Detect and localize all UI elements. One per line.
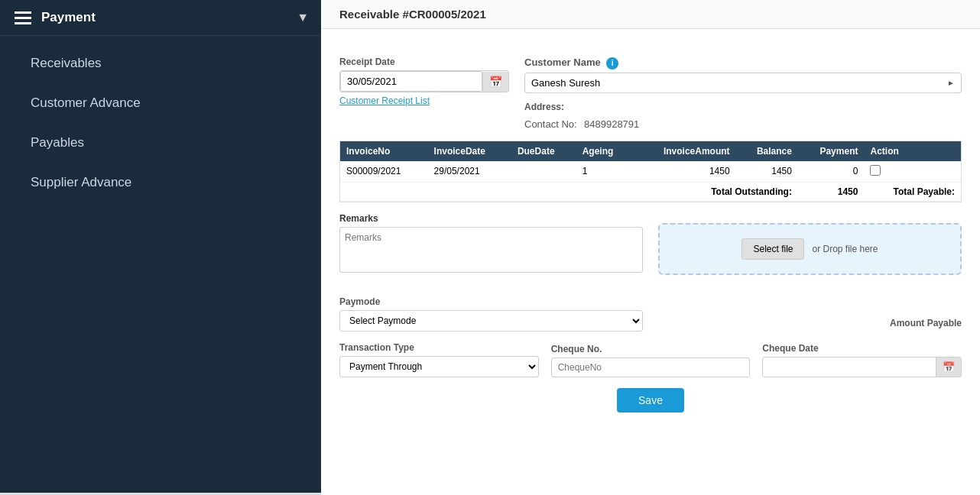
inv-col-invoice-no: InvoiceNo — [340, 141, 428, 161]
remarks-section: Remarks — [339, 213, 643, 275]
transaction-type-select[interactable]: Payment Through — [339, 356, 539, 377]
menu-icon — [12, 9, 34, 26]
inv-balance: 1450 — [736, 161, 798, 183]
inv-col-action: Action — [864, 141, 961, 161]
sidebar: Payment ▼ Receivables Customer Advance P… — [0, 0, 321, 493]
total-outstanding-row: Total Outstanding: 1450 Total Payable: — [340, 182, 961, 201]
sidebar-item-supplier-advance[interactable]: Supplier Advance — [0, 163, 321, 202]
transaction-row: Transaction Type Payment Through Cheque … — [339, 342, 962, 377]
paymode-row: Paymode Select Paymode Union Bank CREDIT… — [339, 296, 962, 332]
amount-payable-group: Amount Payable — [658, 318, 962, 332]
inv-col-due-date: DueDate — [511, 141, 576, 161]
select-file-button[interactable]: Select file — [741, 238, 804, 260]
total-outstanding-value: 1450 — [798, 182, 865, 201]
amount-payable-label: Amount Payable — [658, 318, 962, 332]
remarks-label: Remarks — [339, 213, 643, 224]
inv-invoice-date: 29/05/2021 — [428, 161, 511, 183]
transaction-type-group: Transaction Type Payment Through — [339, 342, 539, 377]
sidebar-item-receivables[interactable]: Receivables — [0, 44, 321, 83]
drop-file-text: or Drop file here — [812, 244, 878, 254]
customer-info-icon: i — [606, 57, 618, 70]
paymode-group: Paymode Select Paymode Union Bank CREDIT… — [339, 296, 643, 332]
file-upload-section: Select file or Drop file here — [658, 213, 962, 286]
chevron-down-icon: ▼ — [297, 11, 309, 24]
cheque-date-calendar-icon[interactable]: 📅 — [936, 358, 961, 377]
sidebar-title: Payment — [41, 10, 289, 25]
inv-invoice-no: S00009/2021 — [340, 161, 428, 183]
receipt-date-calendar-icon[interactable]: 📅 — [482, 72, 508, 92]
cheque-date-wrap: 📅 — [762, 357, 962, 377]
total-payable-label: Total Payable: — [864, 182, 961, 201]
cheque-no-input[interactable] — [551, 358, 751, 377]
main-content: Receivable #CR00005/2021 Receipt Date 📅 … — [321, 0, 980, 495]
receipt-date-input[interactable] — [340, 71, 482, 92]
inv-col-balance: Balance — [736, 141, 798, 161]
save-row: Save — [339, 388, 962, 412]
customer-name-group: Customer Name i Ganesh Suresh ► Address:… — [524, 57, 962, 130]
receipt-date-group: Receipt Date 📅 Customer Receipt List — [339, 57, 509, 130]
inv-payment: 0 — [798, 161, 865, 183]
sidebar-item-customer-advance[interactable]: Customer Advance — [0, 83, 321, 123]
customer-receipt-list-link[interactable]: Customer Receipt List — [339, 95, 509, 106]
inv-col-ageing: Ageing — [576, 141, 633, 161]
customer-name-field[interactable]: Ganesh Suresh ► — [524, 73, 962, 93]
cheque-date-group: Cheque Date 📅 — [762, 343, 962, 377]
inv-invoice-amount: 1450 — [633, 161, 736, 183]
contact-line: Contact No: 8489928791 — [524, 118, 962, 130]
receipt-date-label: Receipt Date — [339, 57, 509, 67]
receipt-date-field-wrap: 📅 — [339, 70, 509, 92]
customer-arrow-icon: ► — [947, 79, 955, 87]
inv-col-payment: Payment — [798, 141, 865, 161]
transaction-type-label: Transaction Type — [339, 342, 539, 353]
inv-action[interactable] — [864, 161, 961, 183]
paymode-select[interactable]: Select Paymode Union Bank CREDIT NOTE — [339, 310, 643, 332]
invoice-table-wrap: InvoiceNo InvoiceDate DueDate Ageing Inv… — [339, 141, 962, 202]
main-inner: Receipt Date 📅 Customer Receipt List Cus… — [321, 41, 980, 428]
save-button[interactable]: Save — [617, 388, 684, 412]
receivable-title: Receivable #CR00005/2021 — [321, 0, 980, 29]
remarks-textarea[interactable] — [339, 227, 643, 273]
customer-name-label: Customer Name i — [524, 57, 962, 70]
invoice-checkbox[interactable] — [870, 165, 881, 176]
inv-due-date — [511, 161, 576, 183]
customer-name-value: Ganesh Suresh — [531, 77, 600, 89]
sidebar-header: Payment ▼ — [0, 0, 321, 36]
invoice-table: InvoiceNo InvoiceDate DueDate Ageing Inv… — [340, 141, 961, 202]
file-upload-area: Select file or Drop file here — [658, 223, 962, 275]
sidebar-item-payables[interactable]: Payables — [0, 123, 321, 163]
cheque-date-label: Cheque Date — [762, 343, 962, 354]
cheque-no-label: Cheque No. — [551, 344, 751, 354]
top-form-row: Receipt Date 📅 Customer Receipt List Cus… — [339, 57, 962, 130]
remarks-file-row: Remarks Select file or Drop file here — [339, 213, 962, 286]
sidebar-nav: Receivables Customer Advance Payables Su… — [0, 36, 321, 210]
invoice-row: S00009/2021 29/05/2021 1 1450 1450 0 — [340, 161, 961, 183]
cheque-no-group: Cheque No. — [551, 344, 751, 377]
inv-col-invoice-date: InvoiceDate — [428, 141, 511, 161]
address-label: Address: — [524, 102, 564, 112]
left-panel: Payment ▼ Receivables Customer Advance P… — [0, 0, 321, 495]
cheque-date-input[interactable] — [763, 358, 936, 376]
paymode-label: Paymode — [339, 296, 643, 307]
total-outstanding-label: Total Outstanding: — [633, 182, 798, 201]
inv-ageing: 1 — [576, 161, 633, 183]
inv-col-invoice-amount: InvoiceAmount — [633, 141, 736, 161]
